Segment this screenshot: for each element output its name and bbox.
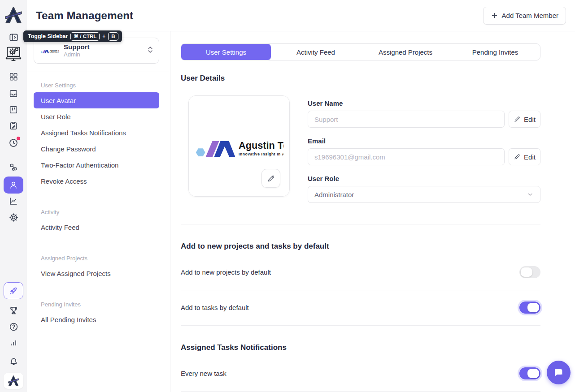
tab-user-settings[interactable]: User Settings [181,44,271,60]
tasks-nav-button[interactable] [0,121,27,131]
panel-toggle-icon [9,32,19,43]
workstation-settings-button[interactable] [0,45,27,65]
brand-tagline-text: Innovative Insight In Action [239,152,283,156]
pencil-icon [514,153,521,160]
sidebar-item-view-assigned-projects[interactable]: View Assigned Projects [34,265,159,281]
avatar-edit-button[interactable] [261,169,280,188]
notification-dot [16,136,21,141]
app-logo-icon [5,5,22,25]
board-nav-button[interactable] [0,105,27,115]
achievements-nav-button[interactable] [0,306,27,316]
laptop-gear-icon [4,45,23,65]
inbox-nav-button[interactable] [0,89,27,99]
sidebar-item-user-avatar[interactable]: User Avatar [34,92,159,108]
setting-row-every-new-task: Every new task [181,356,540,392]
chat-bubble-icon [553,367,565,379]
tooltip-key-b: B [108,32,118,41]
help-circle-icon [9,322,19,332]
group-label-user-settings: User Settings [41,82,159,89]
sidebar-divider [27,72,170,72]
setting-label: Add to tasks by default [181,304,249,311]
settings-sidebar: Agustin Tech Innovative Insight In Actio… [27,31,170,392]
toggle-every-new-task[interactable] [519,367,540,379]
grid-icon [9,72,18,82]
agustin-tech-logo: Agustin Tech Innovative Insight In Actio… [195,132,283,160]
reports-nav-button[interactable] [0,196,27,206]
group-label-activity: Activity [41,209,159,215]
icon-rail [0,0,27,392]
tooltip-plus: + [102,33,105,39]
sidebar-item-activity-feed[interactable]: Activity Feed [34,219,159,235]
user-role-value: Administrator [314,191,354,198]
brand-footer-logo[interactable] [0,373,27,389]
email-edit-button[interactable]: Edit [509,148,540,165]
setting-row-add-to-tasks: Add to tasks by default [181,290,540,326]
user-fields: User Name Edit Email [308,95,540,203]
sidebar-item-assigned-tasks-notifications[interactable]: Assigned Tasks Notifications [34,125,159,141]
bell-icon [9,357,19,367]
sidebar-toggle-button[interactable] [0,32,27,43]
user-icon [9,180,18,190]
dashboard-nav-button[interactable] [0,72,27,82]
app-logo[interactable] [0,5,27,25]
account-name: Support [64,43,90,52]
user-role-label: User Role [308,175,540,182]
sidebar-item-change-password[interactable]: Change Password [34,141,159,157]
chart-line-icon [9,196,18,206]
section-divider [181,224,540,224]
trophy-icon [9,306,19,316]
bar-chart-icon [9,338,18,348]
integrations-nav-button[interactable] [0,162,27,172]
tooltip-label: Toggle Sidebar [28,33,68,39]
chat-fab-button[interactable] [547,361,571,384]
settings-nav-button[interactable] [0,212,27,223]
chevron-updown-icon [147,46,153,56]
page-header: Team Management Add Team Member [27,0,575,31]
nodes-icon [9,162,18,172]
user-avatar-card: Agustin Tech Innovative Insight In Actio… [188,95,290,197]
tab-pending-invites[interactable]: Pending Invites [450,44,540,60]
launch-nav-button[interactable] [0,282,27,299]
pencil-icon [267,174,275,183]
clipboard-pen-icon [9,121,18,131]
team-management-screen: Team Management Add Team Member Toggle S… [0,0,575,392]
sidebar-item-user-role[interactable]: User Role [34,108,159,125]
notifications-nav-button[interactable] [0,357,27,367]
toggle-sidebar-tooltip: Toggle Sidebar ⌘ / CTRL + B [23,30,122,42]
plus-icon [491,12,498,19]
email-input[interactable] [308,148,505,165]
brand-name-text: Agustin Tech [239,140,283,151]
notifications-section-heading: Assigned Tasks Notifications [181,343,540,352]
sidebar-item-revoke-access[interactable]: Revoke Access [34,173,159,189]
toggle-add-to-tasks[interactable] [519,302,540,314]
tab-assigned-projects[interactable]: Assigned Projects [361,44,450,60]
sidebar-item-all-pending-invites[interactable]: All Pending Invites [34,311,159,327]
email-label: Email [308,137,540,145]
tab-activity-feed[interactable]: Activity Feed [271,44,361,60]
gear-icon [9,212,19,223]
user-details-heading: User Details [181,74,540,83]
sidebar-item-two-factor-authentication[interactable]: Two-Factor Authentication [34,157,159,173]
toggle-add-to-projects[interactable] [519,266,540,278]
add-team-member-button[interactable]: Add Team Member [483,7,566,25]
user-name-label: User Name [308,99,540,107]
user-name-edit-button[interactable]: Edit [509,111,540,128]
kanban-icon [9,105,18,115]
setting-label: Add to new projects by default [181,268,271,276]
user-role-select[interactable]: Administrator [308,186,540,203]
user-name-input[interactable] [308,111,505,128]
inbox-icon [9,89,18,99]
email-group: Email Edit [308,137,540,165]
user-name-group: User Name Edit [308,99,540,128]
analytics-nav-button[interactable] [0,338,27,348]
agustin-tech-mini-logo: Agustin Tech Innovative Insight In Actio… [40,47,59,54]
svg-text:Agustin Tech: Agustin Tech [50,49,59,52]
account-role: Admin [64,51,90,58]
tooltip-key-combo: ⌘ / CTRL [70,32,100,41]
help-nav-button[interactable] [0,322,27,332]
chevron-down-icon [527,191,534,198]
setting-row-add-to-projects: Add to new projects by default [181,255,540,290]
rocket-icon [9,286,18,296]
time-tracking-nav-button[interactable] [0,138,27,150]
team-nav-button-active[interactable] [0,177,27,194]
